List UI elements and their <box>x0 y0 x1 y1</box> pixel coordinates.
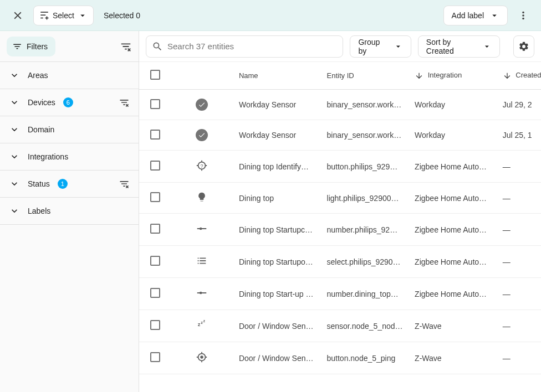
cell-name: Door / Window Sen… <box>233 342 321 374</box>
cell-created: Jul 29, 2 <box>497 90 541 120</box>
filter-off-icon <box>119 97 130 108</box>
filter-group-areas[interactable]: Areas <box>0 62 139 89</box>
search-box[interactable] <box>146 35 343 58</box>
cell-entity-id: light.philips_92900… <box>321 183 410 214</box>
cell-created: — <box>497 278 541 310</box>
chevron-down-icon <box>9 151 20 162</box>
table-row[interactable]: Dining top Startupc… number.philips_92… … <box>139 214 541 246</box>
table-row[interactable]: Dining top Identify… button.philips_929…… <box>139 151 541 183</box>
caret-down-icon <box>78 11 88 20</box>
filter-count-badge: 1 <box>58 179 68 189</box>
more-actions-button[interactable] <box>512 4 534 27</box>
filter-group-integrations[interactable]: Integrations <box>0 143 139 170</box>
check-circle-icon <box>196 99 208 111</box>
row-checkbox[interactable] <box>150 224 160 234</box>
selected-count: Selected 0 <box>104 11 140 20</box>
row-checkbox[interactable] <box>150 288 160 298</box>
row-checkbox[interactable] <box>150 161 160 171</box>
crosshairs-gps-icon <box>196 351 208 363</box>
table-row[interactable]: Workday Sensor binary_sensor.work… Workd… <box>139 90 541 120</box>
cell-created: — <box>497 214 541 246</box>
column-header-integration[interactable]: Integration <box>428 71 462 79</box>
table-settings-button[interactable] <box>513 35 534 58</box>
list-icon <box>196 255 208 267</box>
close-selection-button[interactable] <box>7 4 29 27</box>
cell-created: — <box>497 183 541 214</box>
filter-group-status[interactable]: Status 1 <box>0 171 139 197</box>
table-row[interactable]: Workday Sensor binary_sensor.work… Workd… <box>139 120 541 151</box>
filter-group-label: Status <box>28 179 50 188</box>
row-checkbox[interactable] <box>150 130 160 140</box>
table-row[interactable]: Dining top Start-up … number.dining_top…… <box>139 278 541 310</box>
check-circle-icon <box>196 129 208 141</box>
filter-off-icon <box>120 40 132 53</box>
row-checkbox[interactable] <box>150 192 160 202</box>
filter-group-devices[interactable]: Devices 6 <box>0 89 139 116</box>
filters-label: Filters <box>27 42 48 51</box>
column-header-name[interactable]: Name <box>233 62 321 90</box>
cell-name: Door / Window Sen… <box>233 310 321 342</box>
filter-group-label: Areas <box>28 71 48 80</box>
search-input[interactable] <box>167 42 337 51</box>
cell-name: Dining top <box>233 183 321 214</box>
row-checkbox[interactable] <box>150 352 160 362</box>
sort-by-label: Sort by Created <box>426 38 477 55</box>
cell-integration: Zigbee Home Auto… <box>409 183 497 214</box>
table-row[interactable]: Door / Window Sen… button.node_5_ping Z-… <box>139 342 541 374</box>
table-row[interactable]: Dining top Startupo… select.philips_9290… <box>139 246 541 278</box>
filter-group-label: Domain <box>28 125 54 134</box>
clear-all-filters-button[interactable] <box>120 40 132 53</box>
cell-integration: Zigbee Home Auto… <box>409 278 497 310</box>
slider-icon <box>196 223 208 235</box>
row-checkbox[interactable] <box>150 256 160 266</box>
cell-entity-id: number.dining_top… <box>321 278 410 310</box>
caret-down-icon <box>394 42 403 51</box>
cell-name: Dining top Start-up … <box>233 278 321 310</box>
group-by-button[interactable]: Group by <box>350 35 411 58</box>
sort-by-button[interactable]: Sort by Created <box>418 35 500 58</box>
table-row[interactable]: Door / Window Sen… sensor.node_5_nod… Z-… <box>139 310 541 342</box>
close-icon <box>12 9 24 22</box>
cell-name: Workday Sensor <box>233 120 321 151</box>
search-icon <box>152 41 163 52</box>
more-vert-icon <box>517 9 529 22</box>
cell-name: Dining top Identify… <box>233 151 321 183</box>
caret-down-icon <box>482 42 492 51</box>
selection-topbar: Select Selected 0 Add label <box>0 0 541 31</box>
cell-entity-id: number.philips_92… <box>321 214 410 246</box>
filter-icon <box>12 42 22 51</box>
cell-integration: Workday <box>409 120 497 151</box>
column-header-created[interactable]: Created <box>516 71 541 79</box>
cell-created: — <box>497 151 541 183</box>
row-checkbox[interactable] <box>150 99 160 109</box>
chevron-down-icon <box>9 178 20 189</box>
cell-entity-id: button.node_5_ping <box>321 342 410 374</box>
row-checkbox[interactable] <box>150 320 160 330</box>
cell-entity-id: binary_sensor.work… <box>321 120 410 151</box>
filter-group-domain[interactable]: Domain <box>0 116 139 143</box>
select-all-checkbox[interactable] <box>150 70 160 80</box>
filter-group-labels[interactable]: Labels <box>0 198 139 224</box>
clear-filter-button[interactable] <box>119 97 130 108</box>
slider-icon <box>196 287 208 299</box>
cell-integration: Z-Wave <box>409 310 497 342</box>
cell-integration: Zigbee Home Auto… <box>409 214 497 246</box>
select-mode-dropdown[interactable]: Select <box>33 6 94 25</box>
table-row[interactable]: Dining top light.philips_92900… Zigbee H… <box>139 183 541 214</box>
crosshairs-question-icon <box>196 159 208 172</box>
sort-arrow-icon <box>415 71 423 80</box>
cell-created: Jul 25, 1 <box>497 120 541 151</box>
cell-entity-id: select.philips_9290… <box>321 246 410 278</box>
cell-name: Dining top Startupo… <box>233 246 321 278</box>
add-label-button[interactable]: Add label <box>443 6 508 25</box>
column-header-entity-id[interactable]: Entity ID <box>321 62 410 90</box>
chevron-down-icon <box>9 205 20 216</box>
filters-sidebar: Filters Areas Devices 6 Domain I <box>0 31 139 392</box>
cell-created: — <box>497 342 541 374</box>
filter-count-badge: 6 <box>63 97 73 107</box>
filters-toggle[interactable]: Filters <box>7 37 55 56</box>
cell-name: Dining top Startupc… <box>233 214 321 246</box>
chevron-down-icon <box>9 70 20 81</box>
clear-filter-button[interactable] <box>119 178 130 189</box>
cell-entity-id: button.philips_929… <box>321 151 410 183</box>
